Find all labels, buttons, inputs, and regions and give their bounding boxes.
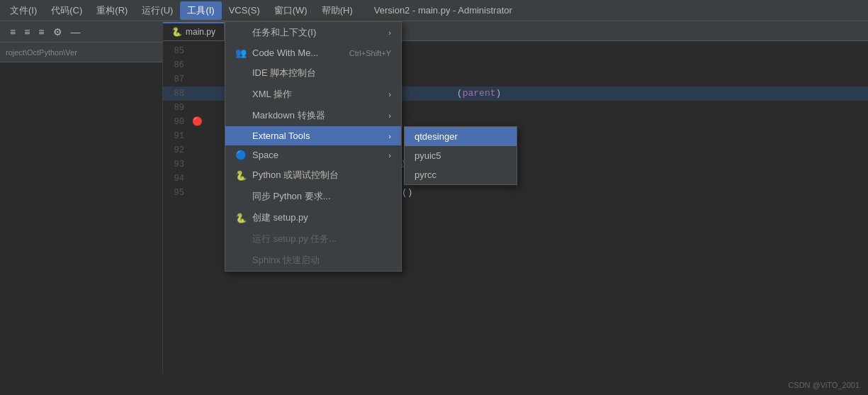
pyuic5-label: pyuic5 (415, 150, 441, 161)
menu-item-space[interactable]: 🔵 Space › (225, 145, 401, 165)
menu-item-external-tools[interactable]: External Tools › (225, 126, 401, 145)
submenu-item-qtdesigner[interactable]: qtdesinger (405, 127, 517, 146)
line-marker-90: 🔴 (191, 115, 203, 129)
external-tools-submenu[interactable]: qtdesinger pyuic5 pyrcc (404, 126, 517, 185)
toolbar-align-icon-2[interactable]: ≡ (20, 24, 34, 40)
create-setup-icon: 🐍 (235, 213, 247, 223)
line-num-89: 89 (163, 101, 191, 115)
toolbar-settings-icon[interactable]: ⚙ (49, 24, 67, 40)
toolbar-align-icon-1[interactable]: ≡ (6, 24, 20, 40)
tasks-label: 任务和上下文(I) (252, 26, 316, 39)
menu-item-python-console[interactable]: 🐍 Python 或调试控制台 (225, 165, 401, 186)
line-num-95: 95 (163, 186, 191, 200)
menu-item-xml[interactable]: XML 操作 › (225, 84, 401, 105)
menu-item-sync-python[interactable]: 同步 Python 要求... (225, 186, 401, 207)
menu-item-tasks[interactable]: 任务和上下文(I) › (225, 22, 401, 43)
create-setup-label: 创建 setup.py (252, 211, 308, 224)
watermark-text: CSDN @ViTO_2001 (788, 381, 859, 389)
line-num-92: 92 (163, 143, 191, 157)
codewithme-shortcut: Ctrl+Shift+Y (328, 49, 391, 57)
codewithme-label: Code With Me... (252, 48, 318, 58)
menu-item-codewithme[interactable]: 👥 Code With Me... Ctrl+Shift+Y (225, 43, 401, 62)
menubar-item-file[interactable]: 文件(I) (3, 1, 44, 20)
submenu-item-pyrcc[interactable]: pyrcc (405, 165, 517, 184)
menu-item-markdown[interactable]: Markdown 转换器 › (225, 105, 401, 126)
menubar-item-code[interactable]: 代码(C) (44, 1, 89, 20)
codewithme-icon: 👥 (235, 48, 247, 58)
menu-bar: 文件(I) 代码(C) 重构(R) 运行(U) 工具(I) VCS(S) 窗口(… (0, 0, 868, 21)
space-icon: 🔵 (235, 150, 247, 160)
toolbar-minus-icon[interactable]: — (67, 24, 85, 40)
menubar-item-refactor[interactable]: 重构(R) (89, 1, 135, 20)
tab-main-py[interactable]: 🐍 main.py (163, 22, 225, 40)
tools-dropdown-menu[interactable]: 任务和上下文(I) › 👥 Code With Me... Ctrl+Shift… (225, 21, 402, 272)
menubar-item-run[interactable]: 运行(U) (135, 1, 180, 20)
qtdesigner-label: qtdesinger (415, 131, 458, 142)
line-num-93: 93 (163, 157, 191, 172)
tasks-arrow: › (374, 28, 391, 37)
left-panel: ≡ ≡ ≡ ⚙ — roject\OctPython\Ver (0, 21, 163, 374)
space-arrow: › (374, 151, 391, 160)
tab-label-main: main.py (186, 27, 215, 37)
menubar-item-help[interactable]: 帮助(H) (315, 1, 360, 20)
space-label: Space (252, 150, 278, 160)
external-tools-label: External Tools (252, 130, 310, 141)
editor-toolbar: ≡ ≡ ≡ ⚙ — (0, 21, 162, 43)
run-setup-label: 运行 setup.py 任务... (252, 233, 337, 245)
xml-arrow: › (374, 90, 391, 99)
menu-item-ide-console[interactable]: IDE 脚本控制台 (225, 62, 401, 84)
menu-item-sphinx: Sphinx 快速启动 (225, 250, 401, 271)
python-console-label: Python 或调试控制台 (252, 169, 339, 182)
toolbar-align-icon-3[interactable]: ≡ (34, 24, 48, 40)
menubar-item-window[interactable]: 窗口(W) (267, 1, 315, 20)
external-tools-arrow: › (374, 132, 391, 140)
line-num-85: 85 (163, 44, 191, 58)
line-num-94: 94 (163, 172, 191, 186)
breadcrumb: roject\OctPython\Ver (0, 46, 83, 59)
xml-label: XML 操作 (252, 88, 292, 101)
menubar-item-vcs[interactable]: VCS(S) (222, 2, 267, 18)
ide-console-label: IDE 脚本控制台 (252, 67, 316, 79)
menu-item-run-setup: 运行 setup.py 任务... (225, 228, 401, 250)
submenu-item-pyuic5[interactable]: pyuic5 (405, 146, 517, 165)
line-num-87: 87 (163, 72, 191, 87)
pyrcc-label: pyrcc (415, 169, 436, 180)
line-num-91: 91 (163, 129, 191, 143)
python-console-icon: 🐍 (235, 170, 247, 181)
watermark: CSDN @ViTO_2001 (788, 381, 859, 389)
markdown-label: Markdown 转换器 (252, 109, 325, 122)
app-title: Version2 - main.py - Administrator (374, 5, 512, 16)
markdown-arrow: › (374, 111, 391, 120)
sphinx-label: Sphinx 快速启动 (252, 254, 320, 267)
menu-item-create-setup[interactable]: 🐍 创建 setup.py (225, 207, 401, 228)
line-num-88: 88 (163, 87, 191, 101)
editor-area: ≡ ≡ ≡ ⚙ — roject\OctPython\Ver 🐍 main.py… (0, 21, 868, 374)
menubar-item-tools[interactable]: 工具(I) (180, 1, 221, 20)
sync-python-label: 同步 Python 要求... (252, 190, 331, 203)
line-num-90: 90 (163, 115, 191, 129)
line-num-86: 86 (163, 58, 191, 72)
tab-icon-main: 🐍 (171, 27, 182, 37)
